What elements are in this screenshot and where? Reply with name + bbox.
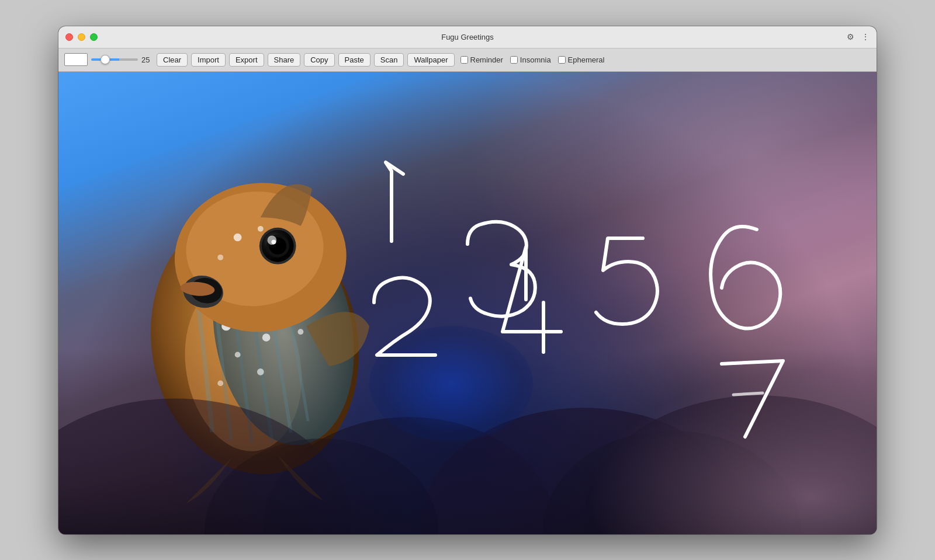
reminder-label: Reminder [470, 55, 503, 64]
color-swatch[interactable] [64, 53, 88, 66]
minimize-button[interactable] [78, 33, 85, 41]
maximize-button[interactable] [90, 33, 98, 41]
export-button[interactable]: Export [229, 53, 264, 67]
ephemeral-checkbox-label[interactable]: Ephemeral [558, 55, 605, 64]
reminder-checkbox[interactable] [460, 56, 468, 64]
drawn-number-5 [596, 238, 657, 324]
scan-button[interactable]: Scan [374, 53, 404, 67]
drawn-number-2 [374, 277, 435, 355]
insomnia-label: Insomnia [520, 55, 551, 64]
window-title: Fugu Greetings [441, 33, 494, 41]
insomnia-checkbox[interactable] [510, 56, 518, 64]
brush-size-control: 25 [91, 55, 153, 64]
titlebar-right: ⚙ ⋮ [847, 32, 870, 41]
paste-button[interactable]: Paste [338, 53, 370, 67]
toolbar: 25 Clear Import Export Share Copy Paste … [58, 48, 877, 72]
extensions-icon[interactable]: ⚙ [847, 32, 854, 41]
insomnia-checkbox-label[interactable]: Insomnia [510, 55, 551, 64]
menu-icon[interactable]: ⋮ [861, 32, 870, 41]
brush-size-slider[interactable] [91, 58, 138, 61]
checkbox-group: Reminder Insomnia Ephemeral [460, 55, 605, 64]
traffic-lights [65, 33, 98, 41]
handwriting-overlay [58, 72, 877, 534]
copy-button[interactable]: Copy [304, 53, 334, 67]
background [58, 72, 877, 534]
import-button[interactable]: Import [191, 53, 226, 67]
ephemeral-checkbox[interactable] [558, 56, 566, 64]
close-button[interactable] [65, 33, 73, 41]
ephemeral-label: Ephemeral [568, 55, 605, 64]
titlebar: Fugu Greetings ⚙ ⋮ [58, 26, 877, 48]
wallpaper-button[interactable]: Wallpaper [407, 53, 454, 67]
reminder-checkbox-label[interactable]: Reminder [460, 55, 503, 64]
brush-size-value: 25 [141, 55, 153, 64]
drawn-number-1 [386, 162, 403, 241]
drawn-number-6 [711, 227, 780, 329]
app-window: Fugu Greetings ⚙ ⋮ 25 Clear Import Expor… [58, 26, 877, 534]
clear-button[interactable]: Clear [157, 53, 188, 67]
drawn-number-7 [722, 361, 783, 437]
canvas-area[interactable] [58, 72, 877, 534]
share-button[interactable]: Share [268, 53, 301, 67]
